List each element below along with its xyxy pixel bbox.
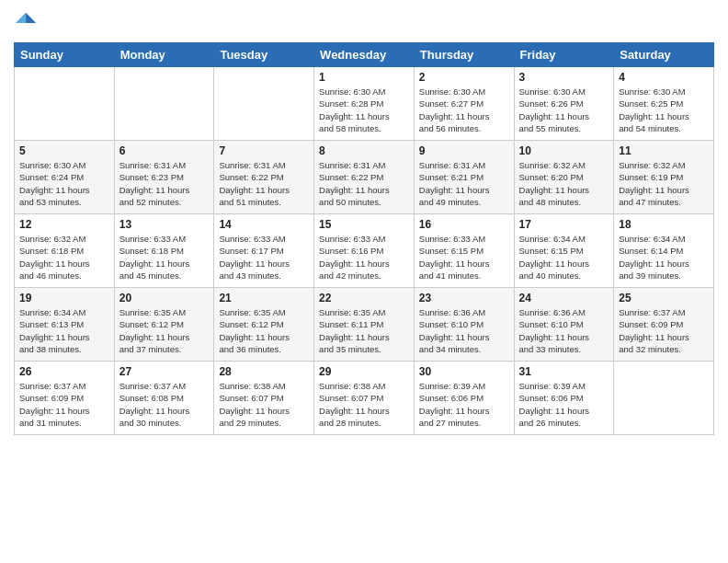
day-cell: 20Sunrise: 6:35 AM Sunset: 6:12 PM Dayli… — [114, 288, 214, 362]
svg-marker-0 — [26, 13, 36, 23]
day-number: 8 — [319, 144, 409, 157]
day-number: 7 — [219, 144, 309, 157]
day-info: Sunrise: 6:33 AM Sunset: 6:18 PM Dayligh… — [119, 233, 210, 282]
day-number: 12 — [19, 218, 109, 231]
logo-icon — [14, 9, 40, 35]
day-info: Sunrise: 6:30 AM Sunset: 6:26 PM Dayligh… — [519, 86, 609, 134]
day-number: 16 — [419, 218, 509, 231]
week-row-1: 1Sunrise: 6:30 AM Sunset: 6:28 PM Daylig… — [15, 67, 714, 141]
day-cell: 14Sunrise: 6:33 AM Sunset: 6:17 PM Dayli… — [214, 214, 314, 288]
day-info: Sunrise: 6:31 AM Sunset: 6:22 PM Dayligh… — [319, 159, 409, 208]
day-cell: 21Sunrise: 6:35 AM Sunset: 6:12 PM Dayli… — [214, 288, 314, 362]
day-info: Sunrise: 6:31 AM Sunset: 6:22 PM Dayligh… — [219, 159, 309, 208]
day-cell: 31Sunrise: 6:39 AM Sunset: 6:06 PM Dayli… — [514, 362, 614, 435]
day-cell: 25Sunrise: 6:37 AM Sunset: 6:09 PM Dayli… — [614, 288, 714, 362]
logo — [14, 9, 43, 35]
day-number: 20 — [119, 292, 210, 304]
weekday-header-monday: Monday — [114, 43, 214, 67]
day-number: 21 — [219, 292, 309, 304]
day-info: Sunrise: 6:39 AM Sunset: 6:06 PM Dayligh… — [519, 380, 609, 429]
day-info: Sunrise: 6:34 AM Sunset: 6:15 PM Dayligh… — [519, 233, 609, 282]
day-info: Sunrise: 6:35 AM Sunset: 6:11 PM Dayligh… — [319, 306, 409, 355]
day-number: 18 — [619, 218, 709, 231]
day-info: Sunrise: 6:33 AM Sunset: 6:15 PM Dayligh… — [419, 233, 509, 282]
day-info: Sunrise: 6:33 AM Sunset: 6:17 PM Dayligh… — [219, 233, 309, 282]
day-info: Sunrise: 6:39 AM Sunset: 6:06 PM Dayligh… — [419, 380, 509, 429]
day-cell: 2Sunrise: 6:30 AM Sunset: 6:27 PM Daylig… — [414, 67, 514, 141]
day-number: 22 — [319, 292, 409, 304]
day-cell: 19Sunrise: 6:34 AM Sunset: 6:13 PM Dayli… — [15, 288, 115, 362]
day-info: Sunrise: 6:33 AM Sunset: 6:16 PM Dayligh… — [319, 233, 409, 282]
day-info: Sunrise: 6:34 AM Sunset: 6:14 PM Dayligh… — [619, 233, 709, 282]
day-cell: 6Sunrise: 6:31 AM Sunset: 6:23 PM Daylig… — [114, 141, 214, 214]
day-number: 28 — [219, 365, 309, 378]
week-row-3: 12Sunrise: 6:32 AM Sunset: 6:18 PM Dayli… — [15, 214, 714, 288]
week-row-5: 26Sunrise: 6:37 AM Sunset: 6:09 PM Dayli… — [15, 362, 714, 435]
day-cell: 11Sunrise: 6:32 AM Sunset: 6:19 PM Dayli… — [614, 141, 714, 214]
day-number: 9 — [419, 144, 509, 157]
day-number: 13 — [119, 218, 210, 231]
weekday-header-tuesday: Tuesday — [214, 43, 314, 67]
day-cell: 24Sunrise: 6:36 AM Sunset: 6:10 PM Dayli… — [514, 288, 614, 362]
day-cell: 16Sunrise: 6:33 AM Sunset: 6:15 PM Dayli… — [414, 214, 514, 288]
day-number: 29 — [319, 365, 409, 378]
day-cell: 7Sunrise: 6:31 AM Sunset: 6:22 PM Daylig… — [214, 141, 314, 214]
day-number: 15 — [319, 218, 409, 231]
day-info: Sunrise: 6:38 AM Sunset: 6:07 PM Dayligh… — [219, 380, 309, 429]
day-cell: 26Sunrise: 6:37 AM Sunset: 6:09 PM Dayli… — [15, 362, 115, 435]
day-cell: 10Sunrise: 6:32 AM Sunset: 6:20 PM Dayli… — [514, 141, 614, 214]
day-cell: 28Sunrise: 6:38 AM Sunset: 6:07 PM Dayli… — [214, 362, 314, 435]
day-cell: 4Sunrise: 6:30 AM Sunset: 6:25 PM Daylig… — [614, 67, 714, 141]
weekday-header-saturday: Saturday — [614, 43, 714, 67]
weekday-header-thursday: Thursday — [414, 43, 514, 67]
day-cell — [114, 67, 214, 141]
day-cell: 13Sunrise: 6:33 AM Sunset: 6:18 PM Dayli… — [114, 214, 214, 288]
day-info: Sunrise: 6:30 AM Sunset: 6:25 PM Dayligh… — [619, 86, 709, 134]
day-cell: 17Sunrise: 6:34 AM Sunset: 6:15 PM Dayli… — [514, 214, 614, 288]
weekday-header-row: SundayMondayTuesdayWednesdayThursdayFrid… — [15, 43, 714, 67]
day-info: Sunrise: 6:32 AM Sunset: 6:18 PM Dayligh… — [19, 233, 109, 282]
day-number: 23 — [419, 292, 509, 304]
day-info: Sunrise: 6:30 AM Sunset: 6:27 PM Dayligh… — [419, 86, 509, 134]
day-cell: 5Sunrise: 6:30 AM Sunset: 6:24 PM Daylig… — [15, 141, 115, 214]
day-number: 14 — [219, 218, 309, 231]
day-cell — [214, 67, 314, 141]
day-info: Sunrise: 6:30 AM Sunset: 6:28 PM Dayligh… — [319, 86, 409, 134]
day-cell: 9Sunrise: 6:31 AM Sunset: 6:21 PM Daylig… — [414, 141, 514, 214]
day-cell: 3Sunrise: 6:30 AM Sunset: 6:26 PM Daylig… — [514, 67, 614, 141]
week-row-2: 5Sunrise: 6:30 AM Sunset: 6:24 PM Daylig… — [15, 141, 714, 214]
day-info: Sunrise: 6:34 AM Sunset: 6:13 PM Dayligh… — [19, 306, 109, 355]
day-number: 1 — [319, 71, 409, 84]
day-number: 11 — [619, 144, 709, 157]
day-number: 24 — [519, 292, 609, 304]
day-info: Sunrise: 6:37 AM Sunset: 6:09 PM Dayligh… — [619, 306, 709, 355]
day-cell: 1Sunrise: 6:30 AM Sunset: 6:28 PM Daylig… — [314, 67, 415, 141]
day-number: 2 — [419, 71, 509, 84]
day-cell: 27Sunrise: 6:37 AM Sunset: 6:08 PM Dayli… — [114, 362, 214, 435]
day-info: Sunrise: 6:35 AM Sunset: 6:12 PM Dayligh… — [219, 306, 309, 355]
day-number: 6 — [119, 144, 210, 157]
day-info: Sunrise: 6:37 AM Sunset: 6:09 PM Dayligh… — [19, 380, 109, 429]
day-cell: 23Sunrise: 6:36 AM Sunset: 6:10 PM Dayli… — [414, 288, 514, 362]
day-cell: 15Sunrise: 6:33 AM Sunset: 6:16 PM Dayli… — [314, 214, 415, 288]
day-info: Sunrise: 6:30 AM Sunset: 6:24 PM Dayligh… — [19, 159, 109, 208]
day-number: 25 — [619, 292, 709, 304]
day-number: 5 — [19, 144, 109, 157]
day-number: 26 — [19, 365, 109, 378]
day-info: Sunrise: 6:32 AM Sunset: 6:19 PM Dayligh… — [619, 159, 709, 208]
weekday-header-sunday: Sunday — [15, 43, 115, 67]
header — [14, 9, 714, 35]
day-info: Sunrise: 6:38 AM Sunset: 6:07 PM Dayligh… — [319, 380, 409, 429]
day-cell: 12Sunrise: 6:32 AM Sunset: 6:18 PM Dayli… — [15, 214, 115, 288]
page: SundayMondayTuesdayWednesdayThursdayFrid… — [0, 0, 728, 563]
day-info: Sunrise: 6:37 AM Sunset: 6:08 PM Dayligh… — [119, 380, 210, 429]
day-number: 10 — [519, 144, 609, 157]
day-info: Sunrise: 6:32 AM Sunset: 6:20 PM Dayligh… — [519, 159, 609, 208]
weekday-header-friday: Friday — [514, 43, 614, 67]
day-number: 31 — [519, 365, 609, 378]
calendar: SundayMondayTuesdayWednesdayThursdayFrid… — [14, 42, 714, 435]
weekday-header-wednesday: Wednesday — [314, 43, 415, 67]
day-info: Sunrise: 6:31 AM Sunset: 6:21 PM Dayligh… — [419, 159, 509, 208]
day-number: 30 — [419, 365, 509, 378]
day-cell: 8Sunrise: 6:31 AM Sunset: 6:22 PM Daylig… — [314, 141, 415, 214]
